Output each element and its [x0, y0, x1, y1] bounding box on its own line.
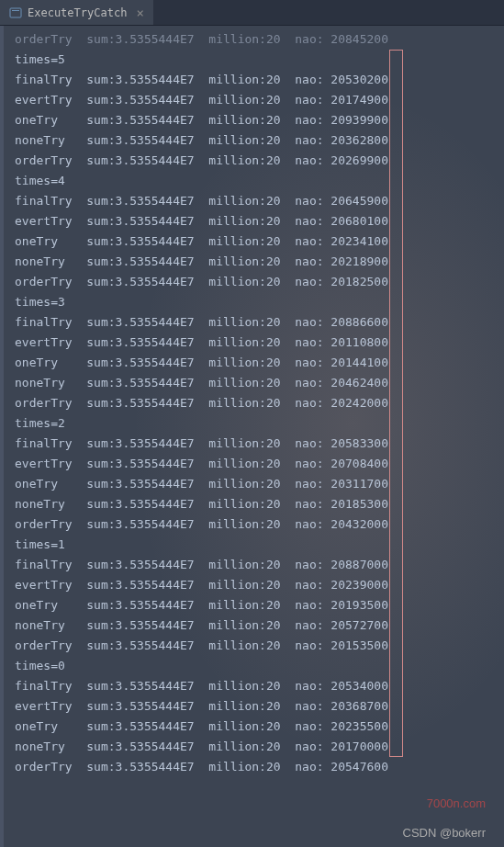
tab-label: ExecuteTryCatch	[28, 6, 127, 19]
console-data-line: noneTry sum:3.5355444E7 million:20 nao: …	[15, 737, 500, 757]
console-data-line: finalTry sum:3.5355444E7 million:20 nao:…	[15, 434, 500, 454]
console-data-line: orderTry sum:3.5355444E7 million:20 nao:…	[15, 151, 500, 171]
console-data-line: orderTry sum:3.5355444E7 million:20 nao:…	[15, 757, 500, 777]
console-data-line: noneTry sum:3.5355444E7 million:20 nao: …	[15, 130, 500, 151]
console-times-line: times=3	[15, 292, 500, 312]
svg-rect-1	[12, 10, 19, 11]
console-data-line: finalTry sum:3.5355444E7 million:20 nao:…	[15, 676, 500, 696]
console-line-partial: orderTry sum:3.5355444E7 million:20 nao:…	[15, 29, 500, 50]
csdn-attribution: CSDN @bokerr	[403, 826, 487, 840]
run-icon	[9, 6, 22, 19]
console-lines: times=5finalTry sum:3.5355444E7 million:…	[15, 50, 500, 777]
console-data-line: noneTry sum:3.5355444E7 million:20 nao: …	[15, 615, 500, 636]
console-data-line: oneTry sum:3.5355444E7 million:20 nao: 2…	[15, 232, 500, 252]
console-data-line: orderTry sum:3.5355444E7 million:20 nao:…	[15, 514, 500, 535]
console-data-line: evertTry sum:3.5355444E7 million:20 nao:…	[15, 696, 500, 717]
console-data-line: oneTry sum:3.5355444E7 million:20 nao: 2…	[15, 110, 500, 130]
console-data-line: evertTry sum:3.5355444E7 million:20 nao:…	[15, 454, 500, 474]
console-data-line: noneTry sum:3.5355444E7 million:20 nao: …	[15, 494, 500, 514]
console-data-line: finalTry sum:3.5355444E7 million:20 nao:…	[15, 191, 500, 211]
console-times-line: times=1	[15, 535, 500, 555]
tab-bar: ExecuteTryCatch ×	[0, 0, 504, 26]
tab-close-button[interactable]: ×	[136, 6, 143, 20]
console-times-line: times=4	[15, 171, 500, 191]
console-times-line: times=2	[15, 413, 500, 434]
console-data-line: finalTry sum:3.5355444E7 million:20 nao:…	[15, 312, 500, 333]
console-data-line: oneTry sum:3.5355444E7 million:20 nao: 2…	[15, 474, 500, 494]
console-data-line: oneTry sum:3.5355444E7 million:20 nao: 2…	[15, 717, 500, 737]
console-data-line: evertTry sum:3.5355444E7 million:20 nao:…	[15, 575, 500, 595]
console-data-line: finalTry sum:3.5355444E7 million:20 nao:…	[15, 555, 500, 575]
console-data-line: finalTry sum:3.5355444E7 million:20 nao:…	[15, 70, 500, 90]
console-output[interactable]: orderTry sum:3.5355444E7 million:20 nao:…	[0, 26, 504, 781]
console-data-line: oneTry sum:3.5355444E7 million:20 nao: 2…	[15, 595, 500, 615]
console-data-line: evertTry sum:3.5355444E7 million:20 nao:…	[15, 90, 500, 110]
console-data-line: orderTry sum:3.5355444E7 million:20 nao:…	[15, 393, 500, 413]
console-times-line: times=0	[15, 656, 500, 676]
console-times-line: times=5	[15, 50, 500, 70]
console-data-line: orderTry sum:3.5355444E7 million:20 nao:…	[15, 636, 500, 656]
svg-rect-0	[10, 8, 21, 17]
watermark-text: 7000n.com	[427, 796, 486, 810]
console-data-line: noneTry sum:3.5355444E7 million:20 nao: …	[15, 373, 500, 393]
console-data-line: orderTry sum:3.5355444E7 million:20 nao:…	[15, 272, 500, 292]
console-data-line: evertTry sum:3.5355444E7 million:20 nao:…	[15, 211, 500, 232]
console-data-line: evertTry sum:3.5355444E7 million:20 nao:…	[15, 333, 500, 353]
tab-executetrycatch[interactable]: ExecuteTryCatch ×	[0, 0, 153, 25]
console-data-line: oneTry sum:3.5355444E7 million:20 nao: 2…	[15, 353, 500, 373]
console-data-line: noneTry sum:3.5355444E7 million:20 nao: …	[15, 252, 500, 272]
